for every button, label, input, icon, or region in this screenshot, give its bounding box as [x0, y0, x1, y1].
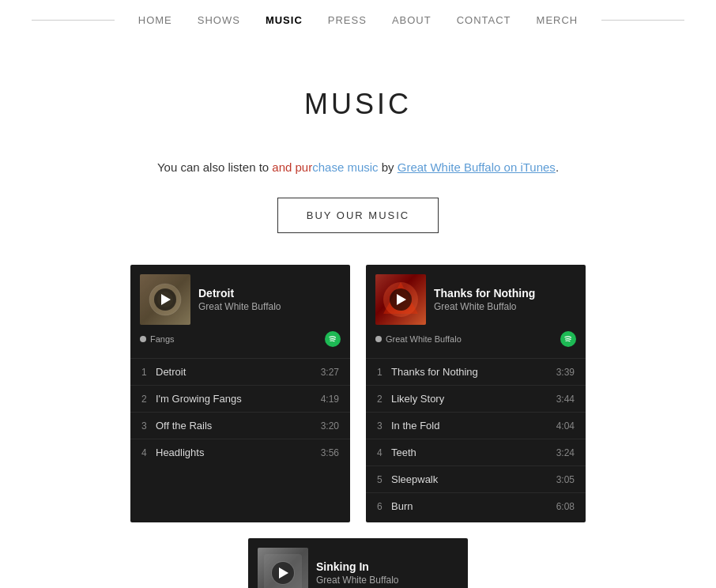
track-item[interactable]: 1 Detroit 3:27	[130, 358, 350, 385]
itunes-link[interactable]: Great White Buffalo on iTunes	[398, 160, 556, 174]
track-duration: 3:24	[556, 447, 575, 458]
player-info: Detroit Great White Buffalo	[198, 287, 341, 312]
subtext-before: You can also listen to	[157, 160, 272, 174]
spotify-icon[interactable]	[560, 331, 576, 347]
track-number: 1	[377, 367, 391, 378]
player-header: Detroit Great White Buffalo	[130, 265, 350, 331]
player-info: Sinking In Great White Buffalo	[316, 560, 458, 586]
track-name: In the Fold	[391, 420, 556, 432]
track-duration: 6:08	[556, 501, 575, 512]
player-card-detroit: Detroit Great White Buffalo Fangs 1 Detr…	[130, 265, 350, 522]
buy-button-wrapper: BUY OUR MUSIC	[0, 182, 716, 265]
player-track-name: Thanks for Nothing	[434, 287, 576, 300]
buy-music-button[interactable]: BUY OUR MUSIC	[277, 198, 439, 233]
player-album-label: Great White Buffalo	[375, 334, 462, 344]
player-footer-row: Great White Buffalo	[366, 331, 586, 355]
track-number: 2	[377, 394, 391, 405]
play-button[interactable]	[390, 288, 412, 311]
track-item[interactable]: 4 Headlights 3:56	[130, 439, 350, 466]
nav-line-left	[32, 20, 115, 21]
track-name: Thanks for Nothing	[391, 366, 556, 378]
track-item[interactable]: 2 I'm Growing Fangs 4:19	[130, 385, 350, 412]
subtext-blue: chase music	[312, 160, 378, 174]
player-header: Thanks for Nothing Great White Buffalo	[366, 265, 586, 331]
album-name: Great White Buffalo	[386, 334, 462, 344]
main-nav: HOME SHOWS MUSIC PRESS ABOUT CONTACT MER…	[0, 0, 716, 40]
track-number: 6	[377, 501, 391, 512]
album-art	[258, 548, 308, 588]
dot-icon	[375, 336, 382, 342]
nav-about[interactable]: ABOUT	[392, 14, 431, 26]
track-number: 1	[141, 367, 156, 378]
track-duration: 3:39	[556, 367, 575, 378]
track-name: Teeth	[391, 447, 556, 458]
page-header: MUSIC	[0, 40, 716, 137]
player-header: Sinking In Great White Buffalo	[248, 538, 468, 588]
dot-icon	[140, 336, 146, 342]
track-duration: 3:27	[321, 367, 339, 378]
track-item[interactable]: 3 Off the Rails 3:20	[130, 412, 350, 439]
player-album-label: Fangs	[140, 334, 175, 344]
track-duration: 3:20	[321, 420, 339, 432]
track-duration: 3:44	[556, 394, 575, 405]
track-name: Likely Story	[391, 393, 556, 405]
album-art	[375, 274, 426, 325]
track-number: 3	[141, 420, 156, 432]
page-title: MUSIC	[16, 88, 700, 121]
player-artist: Great White Buffalo	[434, 301, 576, 312]
player-info: Thanks for Nothing Great White Buffalo	[434, 287, 576, 312]
player-track-name: Sinking In	[316, 560, 458, 573]
track-duration: 4:19	[321, 394, 339, 405]
track-number: 4	[377, 447, 391, 458]
track-name: Sleepwalk	[391, 473, 556, 485]
track-duration: 4:04	[556, 420, 575, 432]
play-button[interactable]	[154, 288, 176, 311]
player-artist: Great White Buffalo	[316, 575, 458, 586]
album-art	[140, 274, 190, 325]
nav-shows[interactable]: SHOWS	[198, 14, 240, 26]
track-list: 1 Detroit 3:27 2 I'm Growing Fangs 4:19 …	[130, 355, 350, 469]
track-name: Headlights	[156, 447, 321, 458]
track-name: Burn	[391, 500, 556, 512]
track-name: I'm Growing Fangs	[156, 393, 321, 405]
track-item[interactable]: 2 Likely Story 3:44	[366, 385, 586, 412]
track-name: Off the Rails	[156, 420, 321, 432]
nav-press[interactable]: PRESS	[328, 14, 367, 26]
subtext-by: by	[379, 160, 398, 174]
album-name: Fangs	[150, 334, 175, 344]
track-name: Detroit	[156, 366, 321, 378]
player-track-name: Detroit	[198, 287, 341, 300]
track-duration: 3:05	[556, 474, 575, 485]
track-duration: 3:56	[321, 447, 339, 458]
nav-links: HOME SHOWS MUSIC PRESS ABOUT CONTACT MER…	[115, 14, 601, 26]
nav-music[interactable]: MUSIC	[266, 14, 303, 26]
track-number: 2	[141, 394, 156, 405]
track-item[interactable]: 4 Teeth 3:24	[366, 439, 586, 466]
player-artist: Great White Buffalo	[198, 301, 341, 312]
track-item[interactable]: 5 Sleepwalk 3:05	[366, 466, 586, 492]
nav-contact[interactable]: CONTACT	[457, 14, 511, 26]
nav-line-right	[601, 20, 684, 21]
player-footer-row: Fangs	[130, 331, 350, 355]
track-item[interactable]: 1 Thanks for Nothing 3:39	[366, 358, 586, 385]
track-number: 5	[377, 474, 391, 485]
player-card-sinking: Sinking In Great White Buffalo Tightrope…	[248, 538, 468, 588]
track-number: 3	[377, 420, 391, 432]
track-number: 4	[141, 447, 156, 458]
nav-merch[interactable]: MERCH	[537, 14, 578, 26]
page-subtext: You can also listen to and purchase musi…	[0, 137, 716, 182]
nav-home[interactable]: HOME	[138, 14, 172, 26]
spotify-icon[interactable]	[325, 331, 341, 347]
subtext-period: .	[556, 160, 559, 174]
track-item[interactable]: 6 Burn 6:08	[366, 492, 586, 519]
track-item[interactable]: 3 In the Fold 4:04	[366, 412, 586, 439]
track-list: 1 Thanks for Nothing 3:39 2 Likely Story…	[366, 355, 586, 522]
play-button[interactable]	[272, 562, 294, 584]
players-row: Detroit Great White Buffalo Fangs 1 Detr…	[0, 265, 716, 588]
player-card-thanks: Thanks for Nothing Great White Buffalo G…	[366, 265, 586, 522]
subtext-highlight: and pur	[272, 160, 312, 174]
